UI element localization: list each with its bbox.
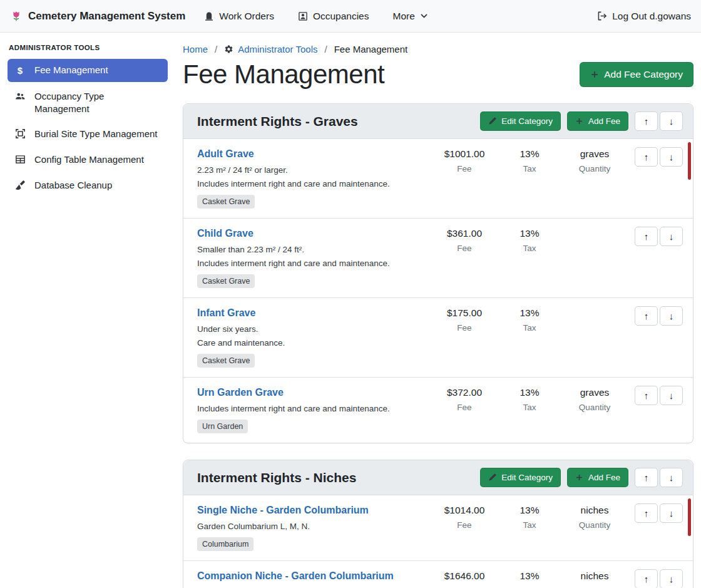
fee-reorder-buttons: ↑↓ [635, 227, 683, 246]
logout-label: Log Out d.gowans [612, 11, 691, 22]
main-content: Home / Administrator Tools / Fee Managem… [175, 33, 701, 588]
add-fee-category-button[interactable]: Add Fee Category [580, 62, 693, 87]
nav-occupancies[interactable]: Occupancies [298, 11, 369, 22]
arrow-up-icon: ↑ [644, 311, 649, 321]
move-fee-down-button[interactable]: ↓ [660, 147, 683, 167]
move-category-down-button[interactable]: ↓ [660, 111, 683, 131]
fee-type-badge: Casket Grave [197, 195, 255, 209]
move-category-down-button[interactable]: ↓ [660, 468, 683, 487]
move-fee-down-button[interactable]: ↓ [660, 386, 683, 405]
fee-reorder-buttons: ↑↓ [635, 503, 683, 523]
move-fee-up-button[interactable]: ↑ [635, 503, 658, 523]
move-category-up-button[interactable]: ↑ [635, 468, 658, 487]
fee-reorder-buttons: ↑↓ [635, 569, 683, 588]
gear-icon [224, 44, 233, 54]
add-fee-label: Add Fee [588, 116, 620, 126]
fee-tax-label: Tax [497, 520, 562, 530]
fee-tax-value: 13% [497, 570, 562, 582]
breadcrumb-admin-tools-link[interactable]: Administrator Tools [224, 44, 317, 54]
move-fee-up-button[interactable]: ↑ [635, 227, 658, 246]
fee-row: Urn Garden GraveIncludes interment right… [183, 378, 693, 443]
fee-quantity-col [562, 227, 627, 228]
logout-button[interactable]: Log Out d.gowans [596, 11, 691, 22]
plus-icon [590, 70, 599, 79]
breadcrumb-separator: / [215, 44, 217, 54]
sidebar-item-occupancy-type-management[interactable]: Occupancy Type Management [8, 85, 168, 120]
category-header: Interment Rights - NichesEdit CategoryAd… [183, 460, 693, 495]
move-fee-down-button[interactable]: ↓ [660, 306, 683, 326]
nav-work-orders[interactable]: Work Orders [204, 11, 274, 22]
table-icon [14, 154, 26, 165]
sidebar-item-label: Fee Management [34, 64, 108, 76]
fee-name-link[interactable]: Companion Niche - Garden Columbarium [197, 570, 394, 582]
move-fee-up-button[interactable]: ↑ [635, 386, 658, 405]
edit-category-label: Edit Category [501, 473, 553, 482]
add-fee-button[interactable]: Add Fee [567, 111, 628, 131]
fee-name-link[interactable]: Infant Grave [197, 307, 255, 319]
category-reorder-buttons: ↑↓ [635, 111, 683, 131]
fee-amount-col: $372.00Fee [432, 386, 497, 412]
pencil-icon [488, 473, 496, 482]
breadcrumb-home-link[interactable]: Home [183, 44, 208, 54]
card-scrollbar-thumb[interactable] [688, 142, 691, 180]
fee-amount-value: $372.00 [432, 387, 497, 398]
fee-tax-value: 13% [497, 148, 562, 160]
fee-tax-value: 13% [497, 387, 562, 398]
arrow-up-icon: ↑ [644, 472, 649, 483]
fee-quantity-col: gravesQuantity [562, 147, 627, 173]
fee-tax-col: 13%Tax [497, 147, 562, 173]
fee-tax-col: 13%Tax [497, 503, 562, 530]
fee-description: 2.23 m² / 24 ft² or larger. [197, 165, 426, 175]
sidebar-item-label: Occupancy Type Management [34, 90, 161, 115]
nav-work-orders-label: Work Orders [219, 11, 274, 22]
move-fee-up-button[interactable]: ↑ [635, 147, 658, 167]
move-category-up-button[interactable]: ↑ [635, 111, 658, 131]
fee-main: Urn Garden GraveIncludes interment right… [197, 386, 432, 433]
arrow-down-icon: ↓ [669, 472, 674, 483]
edit-category-button[interactable]: Edit Category [480, 111, 561, 131]
move-fee-down-button[interactable]: ↓ [660, 503, 683, 523]
fee-tax-label: Tax [497, 323, 562, 333]
add-fee-button[interactable]: Add Fee [567, 468, 628, 487]
move-fee-down-button[interactable]: ↓ [660, 227, 683, 246]
fee-tax-col: 13%Tax [497, 306, 562, 333]
sidebar-item-fee-management[interactable]: $ Fee Management [8, 59, 168, 82]
fee-name-link[interactable]: Urn Garden Grave [197, 387, 284, 398]
fee-type-badge: Casket Grave [197, 274, 255, 288]
add-fee-label: Add Fee [588, 473, 620, 482]
fee-quantity-value: graves [562, 387, 627, 398]
card-scrollbar-thumb[interactable] [688, 498, 691, 536]
fee-quantity-value: graves [562, 148, 627, 160]
fee-name-link[interactable]: Adult Grave [197, 148, 254, 160]
move-fee-down-button[interactable]: ↓ [660, 569, 683, 588]
fee-list: Single Niche - Garden ColumbariumGarden … [183, 495, 693, 588]
arrow-down-icon: ↓ [669, 311, 674, 321]
fee-amount-label: Fee [432, 403, 497, 412]
fee-amount-value: $1001.00 [432, 148, 497, 160]
fee-list: Adult Grave2.23 m² / 24 ft² or larger.In… [183, 139, 693, 443]
fee-name-link[interactable]: Single Niche - Garden Columbarium [197, 505, 369, 516]
arrow-up-icon: ↑ [644, 574, 649, 584]
fee-quantity-col: nichesQuantity [562, 503, 627, 530]
plus-icon [575, 117, 583, 125]
occupant-icon [298, 11, 308, 21]
fee-row: Infant GraveUnder six years.Care and mai… [183, 298, 693, 378]
move-fee-up-button[interactable]: ↑ [635, 306, 658, 326]
sidebar-item-burial-site-type-management[interactable]: Burial Site Type Management [8, 123, 168, 145]
app-brand[interactable]: Cemetery Management System [10, 10, 185, 23]
fee-amount-value: $175.00 [432, 307, 497, 319]
sidebar-item-config-table-management[interactable]: Config Table Management [8, 148, 168, 171]
move-fee-up-button[interactable]: ↑ [635, 569, 658, 588]
admin-sidebar: ADMINISTRATOR TOOLS $ Fee Management Occ… [0, 33, 175, 588]
fee-amount-label: Fee [432, 520, 497, 530]
arrow-down-icon: ↓ [669, 116, 674, 126]
fee-amount-value: $361.00 [432, 228, 497, 239]
edit-category-button[interactable]: Edit Category [480, 468, 561, 487]
fee-name-link[interactable]: Child Grave [197, 228, 253, 239]
nav-more[interactable]: More [393, 11, 428, 22]
add-fee-category-label: Add Fee Category [604, 69, 683, 80]
fee-row: Adult Grave2.23 m² / 24 ft² or larger.In… [183, 139, 693, 219]
fee-description: Includes interment right and care and ma… [197, 404, 426, 413]
breadcrumb-admin-tools-label: Administrator Tools [238, 44, 317, 54]
sidebar-item-database-cleanup[interactable]: Database Cleanup [8, 174, 168, 197]
